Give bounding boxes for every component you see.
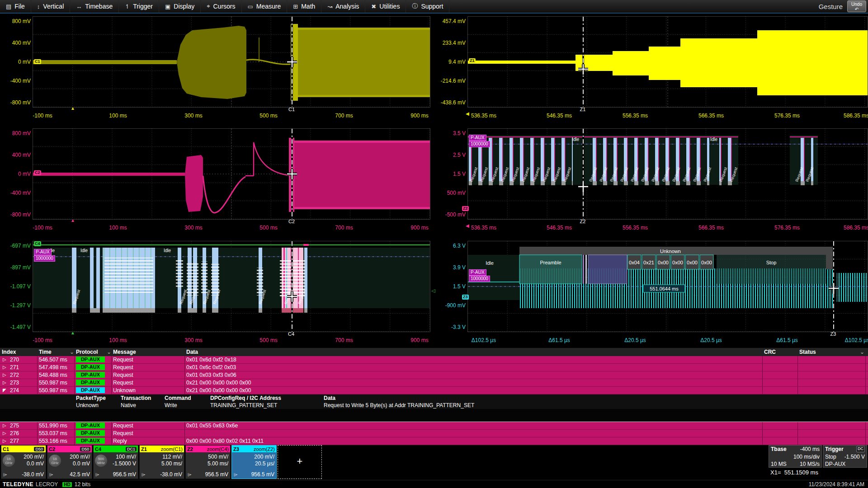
decode-table-header[interactable]: Index Time ⌄ Protocol ⌄ Message Data CRC… <box>0 348 868 356</box>
c4-trace-chip[interactable]: C4 <box>34 241 41 246</box>
menu-vertical[interactable]: ↕Vertical <box>31 0 70 13</box>
detail-value-row: Unknown Native Write TRAINING_PATTERN_SE… <box>0 402 868 409</box>
channel-box-z1[interactable]: Z1 zoom(C1) 112 mV/ 5.00 ms/ ⌲ -38.0 mV <box>139 445 184 479</box>
col-time[interactable]: Time <box>39 349 52 355</box>
c4-bus-label[interactable]: P-AUX <box>34 249 52 255</box>
grid-z2[interactable]: Idle Idle Request Request Request Reques… <box>467 128 868 220</box>
menu-utilities[interactable]: ✖Utilities <box>365 0 406 13</box>
menu-display[interactable]: ▣Display <box>159 0 201 13</box>
col-index[interactable]: Index <box>2 349 16 355</box>
x-tick: 900 ms <box>410 337 428 343</box>
status-filter-icon[interactable]: ⌄ <box>860 349 864 355</box>
menu-measure[interactable]: ▭Measure <box>242 0 288 13</box>
channel-box-z2[interactable]: Z2 zoom(C4) 500 mV/ 5.00 ms/ ⌲ 956.5 mV <box>185 445 231 479</box>
expand-icon[interactable]: ▷ <box>3 365 6 370</box>
col-status[interactable]: Status <box>799 349 816 355</box>
table-row[interactable]: ▷ 272 548.488 ms DP-AUX Request 0x01 0x0… <box>0 371 868 379</box>
channel-box-c4[interactable]: C4 DC1 500MHz 100 mV/ -1.5000 V ⌲ 956.5 … <box>93 445 138 479</box>
y-tick: 9.4 mV <box>436 59 466 65</box>
trigger-position-marker[interactable]: ▲ <box>71 218 75 223</box>
trigger-position-marker[interactable]: ▲ <box>71 106 75 111</box>
z2-trace-chip[interactable]: Z2 <box>462 206 469 211</box>
z1-trace-chip[interactable]: Z1 <box>469 58 476 63</box>
grid-z1[interactable]: Z1 <box>467 16 868 108</box>
table-row-selected[interactable]: ◤ 274 550.987 ms DP-AUX Unknown 0x21 0x0… <box>0 387 868 394</box>
menu-file[interactable]: ▤File <box>0 0 31 13</box>
col-crc[interactable]: CRC <box>764 349 776 355</box>
table-row[interactable]: ▷ 273 550.987 ms DP-AUX Request 0x21 0x0… <box>0 379 868 387</box>
expand-icon[interactable]: ▷ <box>3 438 6 443</box>
table-row[interactable]: ▷ 271 547.498 ms DP-AUX Request 0x01 0x6… <box>0 364 868 371</box>
col-data[interactable]: Data <box>186 349 198 355</box>
channel-id: Z1 <box>141 446 147 452</box>
trigger-level: 956.5 mV <box>251 471 274 478</box>
undo-button[interactable]: Undo ↶ <box>847 0 866 12</box>
decode-table: Index Time ⌄ Protocol ⌄ Message Data CRC… <box>0 348 868 445</box>
table-row[interactable]: ▷ 277 553.166 ms DP-AUX Reply 0x00 0x00 … <box>0 437 868 445</box>
grid-c2[interactable]: C2 <box>33 128 430 220</box>
grid-c1[interactable]: C1 <box>33 16 430 108</box>
menu-trigger[interactable]: ↿Trigger <box>119 0 159 13</box>
y-tick: -500 mV <box>436 211 466 218</box>
menu-label: Utilities <box>379 3 400 10</box>
y-tick: -438.6 mV <box>436 99 466 106</box>
goto-arrow-icon[interactable]: ◁ <box>431 288 435 294</box>
menu-cursors[interactable]: ⌖Cursors <box>201 0 241 13</box>
y-tick: -400 mV <box>1 190 31 196</box>
brand-lecroy: LECROY <box>36 481 58 488</box>
display-icon: ▣ <box>165 3 170 10</box>
protocol-badge: DP-AUX <box>76 438 105 444</box>
protocol-badge: DP-AUX <box>76 357 105 362</box>
z3-trace-chip[interactable]: Z3 <box>462 295 469 300</box>
channel-box-z3-selected[interactable]: Z3 zoom(Z2) 200 mV/ 20.5 µs/ ⌲ 956.5 mV <box>231 445 277 479</box>
expand-icon[interactable]: ▷ <box>3 431 6 436</box>
menu-timebase[interactable]: ↔Timebase <box>70 0 119 13</box>
svg-text:0x21: 0x21 <box>643 260 654 265</box>
collapse-icon[interactable]: ◤ <box>3 388 6 393</box>
menu-analysis[interactable]: ↝Analysis <box>321 0 365 13</box>
y-tick: 3.9 V <box>436 264 466 271</box>
z2-bus-label[interactable]: P-AUX <box>469 135 486 141</box>
protocol-filter-icon[interactable]: ⌄ <box>107 349 111 355</box>
time-filter-icon[interactable]: ⌄ <box>70 349 74 355</box>
menu-math[interactable]: ⊞Math <box>287 0 321 13</box>
expand-icon[interactable]: ▷ <box>3 372 6 377</box>
menu-label: Measure <box>256 3 281 10</box>
col-protocol[interactable]: Protocol <box>76 349 98 355</box>
channel-box-c1[interactable]: C1 D50 16GHz 200 mV/ 0.0 mV ⌲ -38.0 mV <box>1 445 46 479</box>
c2-trace-chip[interactable]: C2 <box>34 170 41 175</box>
grid-z3[interactable]: Unknown Idle Preamble 0x04 0x21 0x00 0x0… <box>467 241 868 332</box>
table-row[interactable]: ▷ 275 551.990 ms DP-AUX Request 0x01 0x5… <box>0 422 868 430</box>
expand-icon[interactable]: ▷ <box>3 380 6 385</box>
c1-trace-chip[interactable]: C1 <box>34 59 41 64</box>
x-tick: Δ61.5 µs <box>776 337 798 343</box>
x-tick: Δ61.5 µs <box>548 337 570 343</box>
y-tick: 800 mV <box>1 130 31 136</box>
analysis-icon: ↝ <box>327 3 332 10</box>
table-row[interactable]: ▷ 270 546.507 ms DP-AUX Request 0x01 0x6… <box>0 356 868 364</box>
expand-icon[interactable]: ▷ <box>3 357 6 362</box>
channel-box-c2[interactable]: C2 D50 16GHz 200 mV/ 0.0 mV ⌲ 42.5 mV <box>47 445 92 479</box>
menu-bar: ▤File ↕Vertical ↔Timebase ↿Trigger ▣Disp… <box>0 0 868 13</box>
trigger-position-marker[interactable]: ▲ <box>71 330 75 335</box>
probe-badge: D50 <box>80 447 90 451</box>
add-trace-button[interactable]: + <box>278 445 322 479</box>
timebase-box[interactable]: Tbase -400 ms 100 ms/div 10 MS10 MS/s <box>769 445 822 468</box>
grid-c4[interactable]: Idle Idle Idle Request Request Request R… <box>33 241 430 332</box>
menu-support[interactable]: ⓘSupport <box>406 0 449 13</box>
y-tick: 3.5 V <box>436 130 466 136</box>
scroll-left-arrow[interactable]: ◀ <box>466 111 469 116</box>
trigger-level: 42.5 mV <box>70 471 90 478</box>
z3-bus-label[interactable]: P-AUX <box>469 269 486 276</box>
scroll-left-arrow[interactable]: ◀ <box>466 223 469 228</box>
col-message[interactable]: Message <box>113 349 136 355</box>
x-tick: 900 ms <box>410 225 428 231</box>
svg-text:551.0644 ms: 551.0644 ms <box>650 286 679 291</box>
expand-icon[interactable]: ▷ <box>3 423 6 428</box>
menu-label: Analysis <box>335 3 359 10</box>
cursor-label-z2: Z2 <box>580 219 586 224</box>
table-row[interactable]: ▷ 276 553.037 ms DP-AUX Request <box>0 430 868 437</box>
y-tick: -214.6 mV <box>436 78 466 84</box>
menu-label: File <box>14 3 25 10</box>
trigger-box[interactable]: Trigger DC Stop-1.500 V DP-AUX <box>823 445 867 468</box>
